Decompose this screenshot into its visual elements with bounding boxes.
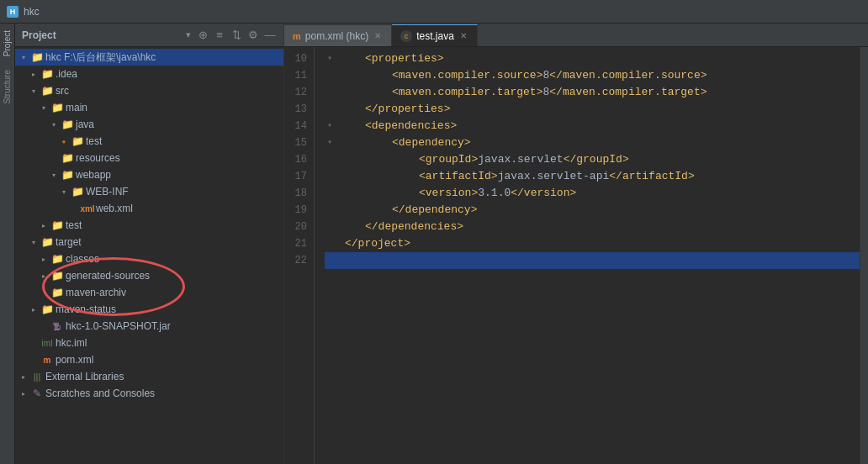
folder-icon: 📁 bbox=[51, 270, 63, 282]
line-num-18: 18 bbox=[284, 185, 314, 202]
tree-item-main[interactable]: ▾ 📁 main bbox=[15, 99, 283, 116]
tab-bar: m pom.xml (hkc) ✕ c test.java ✕ bbox=[284, 24, 868, 47]
tree-label: webapp bbox=[76, 169, 111, 181]
tree-arrow: ▸ bbox=[39, 271, 49, 281]
line-num-11: 11 bbox=[284, 67, 314, 84]
tree-item-classes[interactable]: ▸ 📁 classes bbox=[15, 250, 283, 267]
tree-item-scratches[interactable]: ▸ ✎ Scratches and Consoles bbox=[15, 385, 283, 402]
folder-icon: 📁 bbox=[41, 68, 53, 80]
code-line-16: <groupId>javax.servlet</groupId> bbox=[325, 151, 860, 168]
tab-icon-c: c bbox=[400, 30, 412, 42]
editor-scrollbar[interactable] bbox=[860, 47, 868, 464]
line-num-19: 19 bbox=[284, 202, 314, 219]
panel-icon-sort[interactable]: ⇅ bbox=[230, 29, 243, 42]
code-line-13: </properties> bbox=[325, 101, 860, 118]
xml-bracket: > bbox=[437, 50, 444, 67]
line-num-10: 10 bbox=[284, 50, 314, 67]
tree-item-java[interactable]: ▾ 📁 java bbox=[15, 116, 283, 133]
app-title: hkc bbox=[24, 6, 40, 18]
folder-icon: 📁 bbox=[51, 253, 63, 265]
tree-item-src[interactable]: ▾ 📁 src bbox=[15, 82, 283, 99]
folder-icon: 📁 bbox=[71, 135, 83, 147]
tree-item-maven-archiv[interactable]: 📁 maven-archiv bbox=[15, 284, 283, 301]
tree-label: pom.xml bbox=[56, 354, 93, 366]
tree-item-webinf[interactable]: ▾ 📁 WEB-INF bbox=[15, 183, 283, 200]
line-num-13: 13 bbox=[284, 101, 314, 118]
tree-label: target bbox=[56, 236, 82, 248]
tree-label: test bbox=[66, 219, 82, 231]
code-content[interactable]: ▾ <properties> <maven.compiler.source>8<… bbox=[315, 47, 860, 464]
title-bar: H hkc bbox=[0, 0, 868, 24]
folder-icon: 📁 bbox=[61, 152, 73, 164]
tree-label: web.xml bbox=[96, 203, 133, 214]
tree-arrow: ● bbox=[59, 136, 69, 146]
panel-title: Project bbox=[22, 29, 181, 41]
tree-item-hkc[interactable]: ▾ 📁 hkc F:\后台框架\java\hkc bbox=[15, 49, 283, 66]
panel-icon-list[interactable]: ≡ bbox=[213, 29, 226, 42]
panel-icons: ⊕ ≡ ⇅ ⚙ — bbox=[196, 29, 277, 42]
tree-item-generated-sources[interactable]: ▸ 📁 generated-sources bbox=[15, 267, 283, 284]
side-label-structure[interactable]: Structure bbox=[1, 63, 13, 111]
tree-arrow: ▾ bbox=[29, 86, 39, 96]
panel-icon-minimize[interactable]: — bbox=[263, 29, 277, 42]
fold-gutter[interactable]: ▾ bbox=[325, 134, 335, 151]
xml-bracket: < bbox=[365, 50, 372, 67]
tree-item-maven-status[interactable]: ▸ 📁 maven-status bbox=[15, 301, 283, 318]
tree-label-hkc: hkc F:\后台框架\java\hkc bbox=[45, 50, 156, 65]
code-line-18: <version>3.1.0</version> bbox=[325, 185, 860, 202]
fold-gutter[interactable]: ▾ bbox=[325, 118, 335, 134]
tree-label: .idea bbox=[56, 68, 77, 80]
code-line-12: <maven.compiler.target>8</maven.compiler… bbox=[325, 84, 860, 101]
tree-item-external-libs[interactable]: ▸ ||| External Libraries bbox=[15, 368, 283, 385]
tree-item-web-xml[interactable]: xml web.xml bbox=[15, 200, 283, 217]
tree-item-resources[interactable]: 📁 resources bbox=[15, 150, 283, 166]
folder-icon: 📁 bbox=[31, 51, 43, 63]
tree-arrow: ▾ bbox=[19, 52, 29, 62]
code-line-11: <maven.compiler.source>8</maven.compiler… bbox=[325, 67, 860, 84]
line-num-22: 22 bbox=[284, 252, 314, 269]
line-num-16: 16 bbox=[284, 151, 314, 168]
tree-label: External Libraries bbox=[45, 371, 124, 382]
panel-icon-add[interactable]: ⊕ bbox=[196, 29, 209, 42]
tree-arrow bbox=[39, 287, 49, 298]
panel-dropdown-arrow[interactable]: ▾ bbox=[186, 29, 191, 40]
tree-item-hkc-iml[interactable]: iml hkc.iml bbox=[15, 335, 283, 351]
line-num-17: 17 bbox=[284, 168, 314, 185]
tree-item-test-java[interactable]: ● 📁 test bbox=[15, 133, 283, 150]
tab-close-pom[interactable]: ✕ bbox=[373, 30, 383, 41]
tree-arrow bbox=[69, 203, 79, 214]
panel-icon-settings[interactable]: ⚙ bbox=[246, 29, 260, 42]
tree-item-target[interactable]: ▾ 📁 target bbox=[15, 234, 283, 250]
tab-test-java[interactable]: c test.java ✕ bbox=[392, 24, 478, 46]
line-num-15: 15 bbox=[284, 134, 314, 151]
side-label-project[interactable]: Project bbox=[1, 24, 13, 63]
code-line-14: ▾ <dependencies> bbox=[325, 118, 860, 134]
code-line-20: </dependencies> bbox=[325, 219, 860, 235]
project-panel: Project ▾ ⊕ ≡ ⇅ ⚙ — ▾ 📁 hkc F:\后台框架\java… bbox=[15, 24, 284, 464]
folder-icon: 📁 bbox=[41, 236, 53, 248]
tree-label: test bbox=[86, 135, 102, 147]
tree-item-pom-xml[interactable]: m pom.xml bbox=[15, 351, 283, 368]
tree-label: src bbox=[56, 85, 69, 97]
tree-label: resources bbox=[76, 152, 120, 164]
tree-item-test-src[interactable]: ▸ 📁 test bbox=[15, 217, 283, 234]
tab-pom-xml[interactable]: m pom.xml (hkc) ✕ bbox=[284, 24, 392, 46]
tree-arrow: ▾ bbox=[49, 170, 59, 180]
tree-label: maven-status bbox=[56, 303, 116, 315]
tab-close-test[interactable]: ✕ bbox=[458, 30, 468, 41]
code-line-22 bbox=[325, 252, 860, 269]
tree-arrow: ▾ bbox=[39, 103, 49, 113]
tree-label: maven-archiv bbox=[66, 287, 126, 298]
tree-item-jar[interactable]: 🗜 hkc-1.0-SNAPSHOT.jar bbox=[15, 318, 283, 335]
tree-item-idea[interactable]: ▸ 📁 .idea bbox=[15, 66, 283, 82]
tree-label: java bbox=[76, 119, 94, 130]
file-iml-icon: iml bbox=[41, 337, 53, 349]
tree-label: main bbox=[66, 102, 87, 113]
tree-arrow: ▾ bbox=[49, 119, 59, 129]
tree-arrow: ▸ bbox=[29, 304, 39, 314]
tree-arrow: ▾ bbox=[29, 237, 39, 247]
fold-gutter[interactable]: ▾ bbox=[325, 50, 335, 67]
tree-item-webapp[interactable]: ▾ 📁 webapp bbox=[15, 166, 283, 183]
panel-header: Project ▾ ⊕ ≡ ⇅ ⚙ — bbox=[15, 24, 283, 47]
tree-label: WEB-INF bbox=[86, 186, 129, 198]
